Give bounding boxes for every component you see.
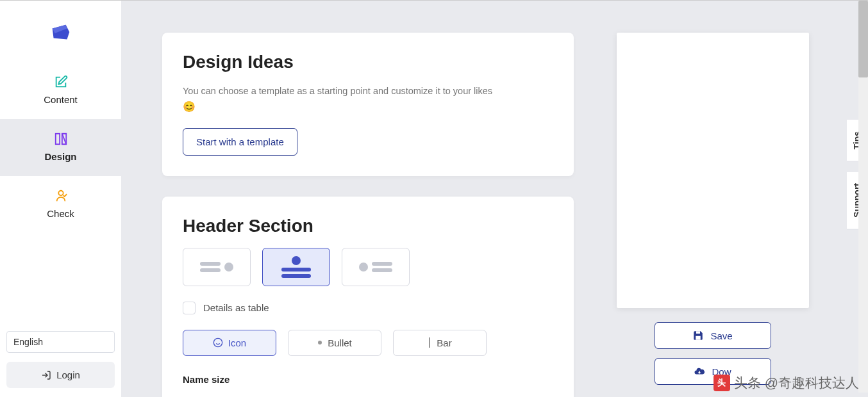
preview-column: Save Dow: [596, 1, 868, 397]
bullet-icon: [317, 340, 322, 345]
download-button[interactable]: Dow: [655, 358, 771, 385]
layout-option-left[interactable]: [183, 248, 251, 286]
sidebar-item-label: Content: [0, 94, 121, 105]
check-icon: [54, 189, 68, 203]
scrollbar[interactable]: [858, 1, 868, 393]
sidebar-nav: Content Design Check: [0, 62, 121, 233]
sidebar-item-label: Design: [0, 151, 121, 162]
design-ideas-card: Design Ideas You can choose a template a…: [162, 33, 574, 176]
sidebar-item-label: Check: [0, 208, 121, 219]
layout-option-right[interactable]: [342, 248, 410, 286]
main-content: Design Ideas You can choose a template a…: [121, 1, 868, 397]
smile-outline-icon: [213, 337, 223, 348]
editor-column: Design Ideas You can choose a template a…: [121, 1, 596, 397]
sidebar-item-design[interactable]: Design: [0, 119, 121, 176]
checkbox-label: Details as table: [203, 302, 269, 313]
login-icon: [41, 370, 51, 380]
card-title: Design Ideas: [183, 52, 553, 72]
svg-rect-0: [55, 134, 59, 145]
svg-point-2: [213, 339, 222, 347]
card-description: You can choose a template as a starting …: [183, 84, 553, 115]
smile-icon: 😊: [183, 101, 196, 112]
layout-option-center[interactable]: [262, 248, 330, 286]
decorator-segments: Icon Bullet Bar: [183, 330, 553, 356]
logo: [0, 1, 121, 62]
segment-bullet[interactable]: Bullet: [288, 330, 381, 356]
save-icon: [692, 330, 704, 341]
details-as-table-checkbox[interactable]: [183, 302, 196, 314]
svg-rect-6: [429, 337, 430, 348]
preview-page: [617, 33, 809, 308]
sidebar: Content Design Check English Login: [0, 1, 121, 397]
card-title: Header Section: [183, 216, 553, 236]
bar-icon: [428, 337, 431, 348]
svg-point-1: [58, 191, 63, 195]
svg-rect-7: [696, 336, 701, 340]
header-section-card: Header Section: [162, 197, 574, 397]
sidebar-item-check[interactable]: Check: [0, 176, 121, 233]
design-icon: [54, 132, 68, 146]
cloud-download-icon: [694, 366, 705, 377]
segment-bar[interactable]: Bar: [393, 330, 487, 356]
segment-icon[interactable]: Icon: [183, 330, 276, 356]
svg-rect-8: [696, 331, 700, 334]
login-label: Login: [56, 369, 80, 380]
layout-options: [183, 248, 553, 286]
login-button[interactable]: Login: [6, 362, 115, 388]
sidebar-item-content[interactable]: Content: [0, 62, 121, 119]
save-button[interactable]: Save: [655, 322, 771, 349]
name-size-label: Name size: [183, 374, 553, 385]
svg-point-5: [318, 341, 322, 344]
edit-icon: [54, 75, 68, 89]
start-template-button[interactable]: Start with a template: [183, 128, 297, 156]
language-select[interactable]: English: [6, 331, 115, 353]
app-logo-icon: [49, 21, 73, 45]
